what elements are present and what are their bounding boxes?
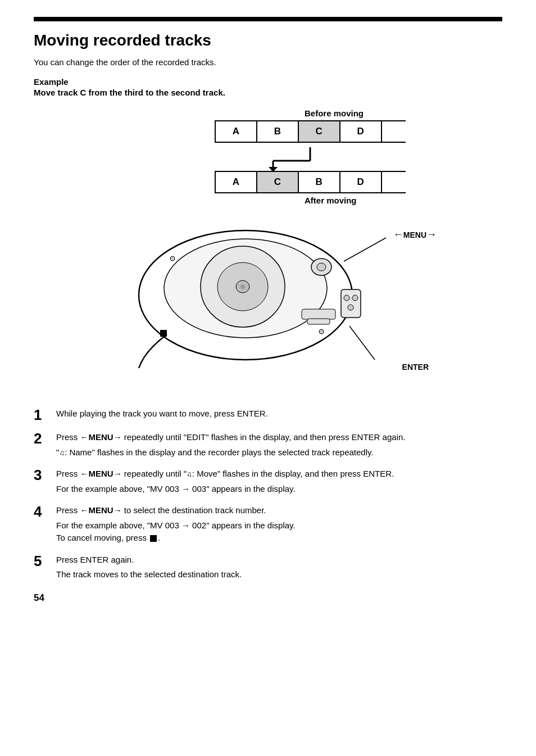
example-label: Example <box>34 77 502 87</box>
svg-rect-12 <box>302 309 335 319</box>
after-table: A C B D <box>215 171 406 193</box>
before-label: Before moving <box>305 108 364 118</box>
step-4-main: Press ←MENU→ to select the destination t… <box>56 505 266 515</box>
step-3-content: Press ←MENU→ repeatedly until "♫: Move" … <box>56 468 502 495</box>
step-4-content: Press ←MENU→ to select the destination t… <box>56 504 502 545</box>
menu-arrow-right-icon: → <box>426 229 437 241</box>
enter-label: ENTER <box>402 363 429 372</box>
device-section: ← MENU → ENTER <box>34 216 502 391</box>
after-track-b: B <box>298 171 340 193</box>
before-track-b: B <box>257 121 298 142</box>
step-3-main: Press ←MENU→ repeatedly until "♫: Move" … <box>56 469 394 478</box>
svg-point-18 <box>352 295 358 301</box>
svg-point-11 <box>317 263 326 271</box>
step-4: 4 Press ←MENU→ to select the destination… <box>34 504 502 545</box>
before-table: A B C D <box>215 120 406 143</box>
before-track-a: A <box>215 121 257 142</box>
step-1-content: While playing the track you want to move… <box>56 408 502 420</box>
step-3-sub: For the example above, "MV 003 → 003" ap… <box>56 483 502 496</box>
step-3-number: 3 <box>34 468 48 482</box>
diagram-section: Before moving A B C D <box>34 108 502 205</box>
after-track-c: C <box>257 171 298 193</box>
svg-rect-13 <box>307 319 330 324</box>
before-track-d: D <box>340 121 381 142</box>
menu-label: ← MENU → <box>393 229 437 241</box>
step-2-main: Press ←MENU→ repeatedly until "EDIT" fla… <box>56 432 406 442</box>
step-1: 1 While playing the track you want to mo… <box>34 408 502 422</box>
step-4-number: 4 <box>34 504 48 519</box>
svg-point-9 <box>240 284 245 289</box>
steps-section: 1 While playing the track you want to mo… <box>34 408 502 581</box>
after-track-d: D <box>340 171 381 193</box>
after-label: After moving <box>305 196 357 205</box>
step-5-number: 5 <box>34 554 48 568</box>
step-5-sub: The track moves to the selected destinat… <box>56 568 502 581</box>
step-2: 2 Press ←MENU→ repeatedly until "EDIT" f… <box>34 431 502 459</box>
step-5: 5 Press ENTER again. The track moves to … <box>34 554 502 581</box>
step-1-number: 1 <box>34 408 48 422</box>
tracks-wrapper: Before moving A B C D <box>215 108 406 205</box>
before-track-empty <box>381 121 406 142</box>
arrow-svg <box>215 143 406 171</box>
device-svg <box>122 222 414 368</box>
menu-text: MENU <box>403 230 426 239</box>
step-2-content: Press ←MENU→ repeatedly until "EDIT" fla… <box>56 431 502 459</box>
move-arrow <box>215 143 406 171</box>
svg-point-14 <box>170 256 175 261</box>
step-1-main: While playing the track you want to move… <box>56 409 268 418</box>
step-3: 3 Press ←MENU→ repeatedly until "♫: Move… <box>34 468 502 495</box>
step-5-main: Press ENTER again. <box>56 555 134 564</box>
svg-point-19 <box>348 305 353 310</box>
menu-arrow-left-icon: ← <box>393 229 403 241</box>
svg-point-15 <box>319 329 324 334</box>
after-track-a: A <box>215 171 257 193</box>
page-title: Moving recorded tracks <box>34 31 502 49</box>
step-4-sub: For the example above, "MV 003 → 002" ap… <box>56 519 502 545</box>
intro-text: You can change the order of the recorded… <box>34 57 502 67</box>
svg-marker-3 <box>269 167 278 171</box>
step-2-number: 2 <box>34 431 48 446</box>
step-5-content: Press ENTER again. The track moves to th… <box>56 554 502 581</box>
stop-icon <box>150 535 157 542</box>
page-number: 54 <box>34 592 502 604</box>
example-desc: Move track C from the third to the secon… <box>34 88 502 97</box>
top-bar <box>34 17 502 21</box>
svg-rect-20 <box>160 330 167 337</box>
svg-point-17 <box>344 295 349 301</box>
after-track-empty <box>381 171 406 193</box>
before-track-c: C <box>298 121 340 142</box>
step-2-sub: "♫: Name" flashes in the display and the… <box>56 446 502 459</box>
svg-rect-16 <box>341 289 361 318</box>
